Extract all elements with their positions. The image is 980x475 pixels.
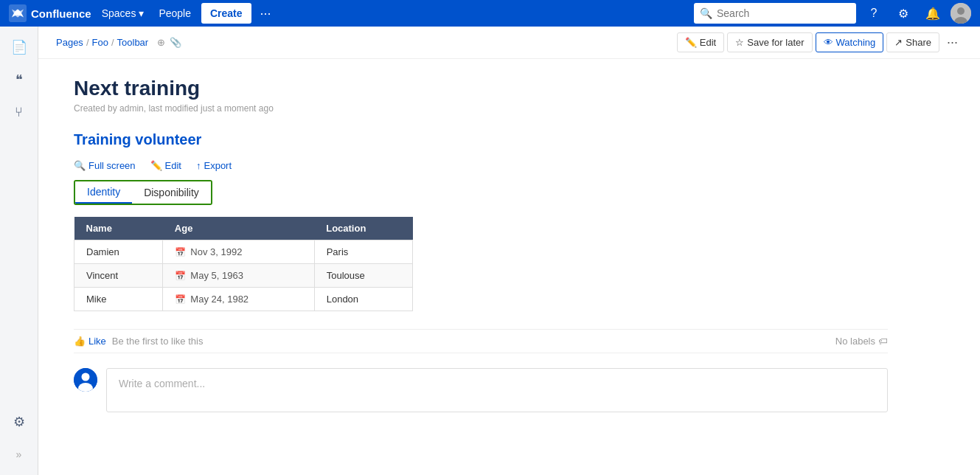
breadcrumb-attach-icon[interactable]: 📎 — [170, 37, 181, 48]
labels-section: No labels 🏷 — [835, 336, 888, 347]
tab-disponibility[interactable]: Disponibility — [132, 181, 211, 204]
col-header-age: Age — [163, 217, 314, 240]
thumbs-up-icon: 👍 — [74, 336, 86, 347]
comment-user-avatar — [74, 368, 97, 392]
sidebar-expand-icon[interactable]: » — [4, 440, 34, 469]
table-row: Mike📅May 24, 1982London — [74, 288, 413, 311]
table-edit-button[interactable]: ✏️ Edit — [150, 160, 181, 171]
left-sidebar: 📄 ❝ ⑂ ⚙ » — [0, 27, 38, 475]
tab-identity[interactable]: Identity — [75, 181, 132, 204]
table-row: Damien📅Nov 3, 1992Paris — [74, 240, 413, 264]
cell-location: London — [314, 288, 412, 311]
breadcrumb-foo[interactable]: Foo — [92, 37, 108, 48]
tabs-container: Identity Disponibility — [74, 180, 212, 205]
comment-area: Write a comment... — [74, 368, 888, 412]
watching-button[interactable]: 👁 Watching — [816, 32, 884, 52]
export-icon: ↑ — [196, 160, 201, 171]
breadcrumb: Pages / Foo / Toolbar ⊕ 📎 — [56, 37, 677, 48]
data-table: Name Age Location Damien📅Nov 3, 1992Pari… — [74, 217, 413, 311]
like-button[interactable]: 👍 Like — [74, 336, 106, 347]
nav-more-button[interactable]: ··· — [257, 6, 274, 21]
svg-point-5 — [82, 373, 90, 381]
app-name: Confluence — [31, 7, 91, 20]
search-bar[interactable]: 🔍 — [694, 3, 856, 24]
search-input[interactable] — [717, 7, 850, 19]
cell-name: Mike — [74, 288, 163, 311]
help-button[interactable]: ? — [862, 1, 886, 25]
comment-placeholder: Write a comment... — [119, 378, 205, 389]
cell-location: Paris — [314, 240, 412, 264]
svg-point-2 — [957, 7, 965, 15]
cell-name: Vincent — [74, 264, 163, 288]
cell-location: Toulouse — [314, 264, 412, 288]
edit-icon: ✏️ — [685, 37, 697, 48]
page-toolbar: Pages / Foo / Toolbar ⊕ 📎 ✏️ Edit ☆ Save… — [38, 27, 980, 59]
cell-age: 📅May 5, 1963 — [163, 264, 314, 288]
search-icon: 🔍 — [700, 7, 712, 19]
sidebar-quote-icon[interactable]: ❝ — [4, 65, 34, 94]
breadcrumb-copy-icon[interactable]: ⊕ — [157, 37, 165, 48]
create-button[interactable]: Create — [201, 3, 251, 24]
top-nav: Confluence Spaces ▾ People Create ··· 🔍 … — [0, 0, 980, 27]
age-value: May 5, 1963 — [190, 270, 243, 281]
user-avatar[interactable] — [951, 3, 971, 24]
age-value: Nov 3, 1992 — [190, 246, 242, 257]
fullscreen-icon: 🔍 — [74, 160, 86, 171]
calendar-icon: 📅 — [175, 247, 186, 257]
no-labels-text: No labels — [835, 336, 875, 347]
cell-age: 📅Nov 3, 1992 — [163, 240, 314, 264]
calendar-icon: 📅 — [175, 271, 186, 281]
share-button[interactable]: ↗ Share — [886, 32, 939, 52]
people-nav[interactable]: People — [154, 0, 195, 27]
fullscreen-button[interactable]: 🔍 Full screen — [74, 160, 136, 171]
more-actions-button[interactable]: ··· — [942, 35, 962, 50]
like-prompt: Be the first to like this — [112, 336, 204, 347]
sidebar-branch-icon[interactable]: ⑂ — [4, 97, 34, 127]
sidebar-settings-icon[interactable]: ⚙ — [4, 407, 34, 437]
notifications-button[interactable]: 🔔 — [921, 1, 945, 25]
breadcrumb-toolbar[interactable]: Toolbar — [117, 37, 149, 48]
cell-name: Damien — [74, 240, 163, 264]
comment-input[interactable]: Write a comment... — [106, 368, 888, 412]
main-content: Pages / Foo / Toolbar ⊕ 📎 ✏️ Edit ☆ Save… — [38, 27, 980, 475]
sidebar-page-icon[interactable]: 📄 — [4, 32, 34, 62]
save-for-later-button[interactable]: ☆ Save for later — [727, 32, 812, 52]
age-value: May 24, 1982 — [190, 294, 249, 305]
pencil-icon: ✏️ — [150, 160, 162, 171]
toolbar-actions: ✏️ Edit ☆ Save for later 👁 Watching ↗ Sh… — [677, 32, 962, 52]
cell-age: 📅May 24, 1982 — [163, 288, 314, 311]
breadcrumb-pages[interactable]: Pages — [56, 37, 83, 48]
like-bar: 👍 Like Be the first to like this No labe… — [74, 329, 888, 353]
section-title: Training volunteer — [74, 131, 888, 148]
page-meta: Created by admin, last modified just a m… — [74, 103, 888, 114]
spaces-menu[interactable]: Spaces ▾ — [97, 0, 149, 27]
star-icon: ☆ — [735, 37, 744, 48]
col-header-name: Name — [74, 217, 163, 240]
page-title: Next training — [74, 77, 888, 100]
breadcrumb-sep1: / — [86, 37, 89, 48]
eye-icon: 👁 — [824, 37, 833, 48]
table-row: Vincent📅May 5, 1963Toulouse — [74, 264, 413, 288]
table-toolbar: 🔍 Full screen ✏️ Edit ↑ Export — [74, 160, 888, 171]
calendar-icon: 📅 — [175, 294, 186, 305]
page-content-area: Next training Created by admin, last mod… — [38, 59, 923, 448]
label-tag-icon[interactable]: 🏷 — [878, 336, 888, 347]
edit-button[interactable]: ✏️ Edit — [677, 32, 724, 52]
settings-nav-button[interactable]: ⚙ — [892, 1, 915, 25]
breadcrumb-sep2: / — [111, 37, 114, 48]
app-logo[interactable]: Confluence — [9, 4, 91, 22]
col-header-location: Location — [314, 217, 412, 240]
export-button[interactable]: ↑ Export — [196, 160, 232, 171]
share-icon: ↗ — [894, 37, 903, 48]
